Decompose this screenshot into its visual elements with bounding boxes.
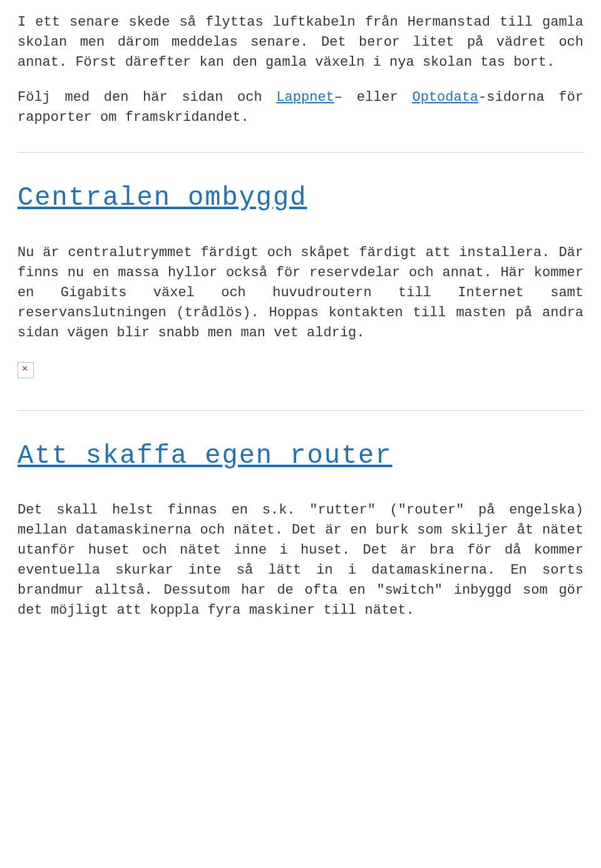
- separator-1: [18, 152, 583, 153]
- post-title-link-router[interactable]: Att skaffa egen router: [18, 441, 393, 471]
- optodata-link[interactable]: Optodata: [412, 90, 478, 105]
- separator-2: [18, 410, 583, 411]
- intro-p2-text-a: Följ med den här sidan och: [18, 90, 276, 105]
- post-title-router: Att skaffa egen router: [18, 436, 583, 476]
- post-title-link-centralen[interactable]: Centralen ombyggd: [18, 183, 307, 213]
- broken-image-icon: [18, 362, 34, 378]
- post-title-centralen: Centralen ombyggd: [18, 178, 583, 218]
- post1-body: Nu är centralutrymmet färdigt och skåpet…: [18, 243, 583, 343]
- lappnet-link[interactable]: Lappnet: [276, 90, 334, 105]
- intro-p2-text-b: – eller: [334, 90, 413, 105]
- post2-body: Det skall helst finnas en s.k. "rutter" …: [18, 500, 583, 620]
- intro-paragraph-1: I ett senare skede så flyttas luftkabeln…: [18, 13, 583, 73]
- intro-paragraph-2: Följ med den här sidan och Lappnet– elle…: [18, 88, 583, 128]
